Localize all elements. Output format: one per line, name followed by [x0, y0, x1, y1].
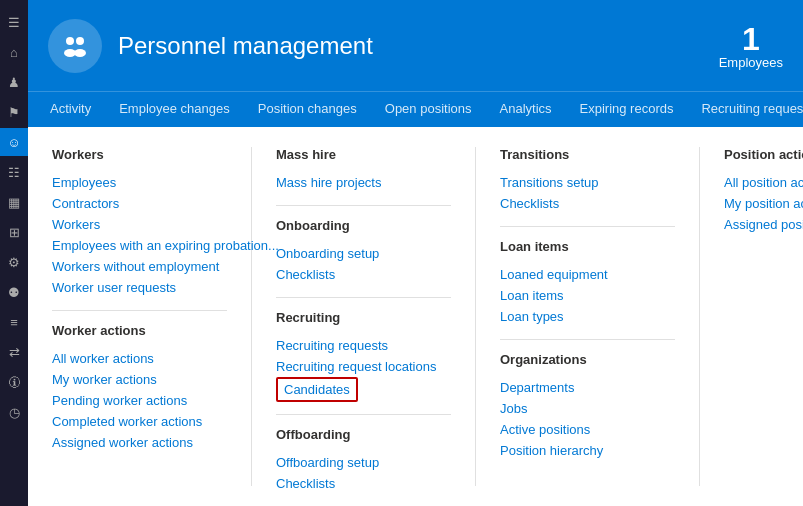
link-contractors[interactable]: Contractors	[52, 193, 227, 214]
svg-point-0	[66, 37, 74, 45]
hierarchy-icon[interactable]: ⚑	[0, 98, 28, 126]
position-actions-title: Position actions	[724, 147, 803, 162]
navigation-bar: Activity Employee changes Position chang…	[28, 91, 803, 127]
links-dropdown: Workers Employees Contractors Workers Em…	[28, 127, 803, 506]
link-workers-no-employment[interactable]: Workers without employment	[52, 256, 227, 277]
nav-open-positions[interactable]: Open positions	[371, 92, 486, 127]
link-completed-worker-actions[interactable]: Completed worker actions	[52, 411, 227, 432]
link-loan-types[interactable]: Loan types	[500, 306, 675, 327]
workers-title: Workers	[52, 147, 227, 162]
svg-point-3	[74, 49, 86, 57]
link-departments[interactable]: Departments	[500, 377, 675, 398]
nav-expiring-records[interactable]: Expiring records	[566, 92, 688, 127]
nav-recruiting-requests[interactable]: Recruiting requests	[687, 92, 803, 127]
organizations-title: Organizations	[500, 352, 675, 367]
link-jobs[interactable]: Jobs	[500, 398, 675, 419]
user-icon[interactable]: 🛈	[0, 368, 28, 396]
link-onboarding-setup[interactable]: Onboarding setup	[276, 243, 451, 264]
document-icon[interactable]: ☷	[0, 158, 28, 186]
link-all-position-actions[interactable]: All position actions	[724, 172, 803, 193]
link-all-worker-actions[interactable]: All worker actions	[52, 348, 227, 369]
link-active-positions[interactable]: Active positions	[500, 419, 675, 440]
sidebar: ☰ ⌂ ♟ ⚑ ☺ ☷ ▦ ⊞ ⚙ ⚉ ≡ ⇄ 🛈 ◷	[0, 0, 28, 506]
group-icon[interactable]: ⚉	[0, 278, 28, 306]
link-workers[interactable]: Workers	[52, 214, 227, 235]
menu-icon[interactable]: ☰	[0, 8, 28, 36]
separator-5	[500, 226, 675, 227]
badge-count: 1	[719, 22, 783, 54]
nav-activity[interactable]: Activity	[36, 92, 105, 127]
badge-label: Employees	[719, 54, 783, 69]
app-icon	[48, 19, 102, 73]
middle-column: Mass hire Mass hire projects Onboarding …	[276, 147, 476, 486]
link-onboarding-checklists[interactable]: Checklists	[276, 264, 451, 285]
link-transitions-checklists[interactable]: Checklists	[500, 193, 675, 214]
page-header: Personnel management 1 Employees	[28, 0, 803, 91]
link-mass-hire-projects[interactable]: Mass hire projects	[276, 172, 451, 193]
link-transitions-setup[interactable]: Transitions setup	[500, 172, 675, 193]
link-worker-user-requests[interactable]: Worker user requests	[52, 277, 227, 298]
nav-employee-changes[interactable]: Employee changes	[105, 92, 244, 127]
transfer-icon[interactable]: ⇄	[0, 338, 28, 366]
link-loan-items[interactable]: Loan items	[500, 285, 675, 306]
transitions-title: Transitions	[500, 147, 675, 162]
list-icon[interactable]: ≡	[0, 308, 28, 336]
link-position-hierarchy[interactable]: Position hierarchy	[500, 440, 675, 461]
time-icon[interactable]: ◷	[0, 398, 28, 426]
link-loaned-equipment[interactable]: Loaned equipment	[500, 264, 675, 285]
link-assigned-position-actions[interactable]: Assigned position actions	[724, 214, 803, 235]
link-candidates[interactable]: Candidates	[276, 377, 358, 402]
link-recruiting-request-locations[interactable]: Recruiting request locations	[276, 356, 451, 377]
mass-hire-title: Mass hire	[276, 147, 451, 162]
loan-items-title: Loan items	[500, 239, 675, 254]
link-my-worker-actions[interactable]: My worker actions	[52, 369, 227, 390]
link-my-position-actions[interactable]: My position actions	[724, 193, 803, 214]
separator-6	[500, 339, 675, 340]
people-icon[interactable]: ☺	[0, 128, 28, 156]
transitions-column: Transitions Transitions setup Checklists…	[500, 147, 700, 486]
link-offboarding-checklists[interactable]: Checklists	[276, 473, 451, 494]
onboarding-title: Onboarding	[276, 218, 451, 233]
grid-icon[interactable]: ⊞	[0, 218, 28, 246]
page-title: Personnel management	[118, 32, 373, 60]
link-recruiting-requests[interactable]: Recruiting requests	[276, 335, 451, 356]
link-employees-expiring[interactable]: Employees with an expiring probation...	[52, 235, 227, 256]
chart-icon[interactable]: ▦	[0, 188, 28, 216]
separator-2	[276, 205, 451, 206]
recruiting-title: Recruiting	[276, 310, 451, 325]
nav-analytics[interactable]: Analytics	[486, 92, 566, 127]
employee-badge: 1 Employees	[719, 22, 783, 69]
svg-point-1	[76, 37, 84, 45]
link-offboarding-setup[interactable]: Offboarding setup	[276, 452, 451, 473]
link-employees[interactable]: Employees	[52, 172, 227, 193]
separator-1	[52, 310, 227, 311]
worker-actions-title: Worker actions	[52, 323, 227, 338]
workers-column: Workers Employees Contractors Workers Em…	[52, 147, 252, 486]
home-icon[interactable]: ⌂	[0, 38, 28, 66]
separator-4	[276, 414, 451, 415]
person-icon[interactable]: ♟	[0, 68, 28, 96]
main-area: Personnel management 1 Employees Activit…	[28, 0, 803, 506]
position-actions-column: Position actions All position actions My…	[724, 147, 803, 486]
link-pending-worker-actions[interactable]: Pending worker actions	[52, 390, 227, 411]
settings-icon[interactable]: ⚙	[0, 248, 28, 276]
link-assigned-worker-actions[interactable]: Assigned worker actions	[52, 432, 227, 453]
nav-position-changes[interactable]: Position changes	[244, 92, 371, 127]
separator-3	[276, 297, 451, 298]
offboarding-title: Offboarding	[276, 427, 451, 442]
